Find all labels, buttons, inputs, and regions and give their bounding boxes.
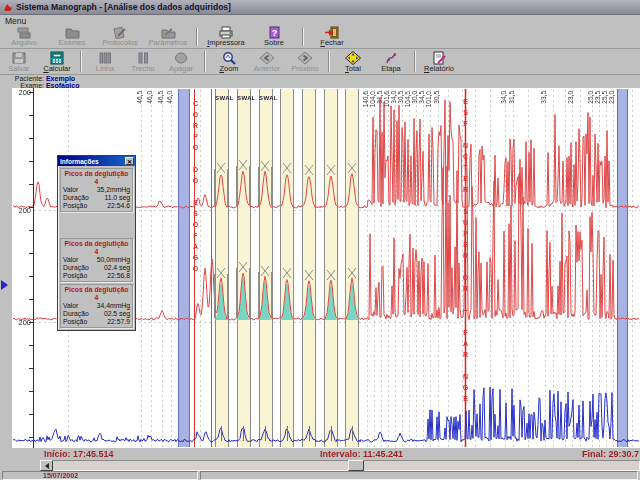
scrollbar-thumb[interactable] bbox=[348, 460, 364, 471]
measurement-section: Picos da deglutição 4 Valor50,0mmHg Dura… bbox=[60, 238, 133, 282]
toolbar-separator bbox=[302, 28, 304, 46]
eraser-icon bbox=[173, 51, 189, 65]
info-window-title: Informações bbox=[60, 158, 99, 165]
patient-panel: Paciente: Exemplo Exame: Esofágico bbox=[0, 75, 640, 88]
patient-label: Paciente: bbox=[6, 75, 44, 82]
apagar-button[interactable]: Apagar bbox=[162, 49, 200, 74]
report-page-icon bbox=[431, 51, 447, 65]
calculator-icon bbox=[49, 51, 65, 65]
interval-time: Intervalo: 11:45.241 bbox=[320, 449, 403, 459]
window-title: Sistema Manograph - [Análise dos dados a… bbox=[16, 2, 231, 12]
info-window-titlebar[interactable]: Informações ✕ bbox=[58, 156, 135, 166]
three-bars-icon bbox=[97, 51, 113, 65]
toolbar-separator bbox=[414, 51, 416, 72]
magnifier-icon bbox=[221, 51, 237, 65]
parametros-button[interactable]: Parâmetros bbox=[144, 26, 192, 48]
horizontal-scrollbar bbox=[0, 460, 640, 471]
diamond-left-arrow-icon bbox=[259, 51, 275, 65]
scroll-left-button[interactable] bbox=[40, 460, 53, 471]
status-date: 15/07/2002 bbox=[2, 471, 198, 480]
toolbar-analysis: Salvar Calcular Linha Trecho Apagar bbox=[0, 49, 640, 75]
zoom-button[interactable]: Zoom bbox=[210, 49, 248, 74]
save-disk-icon bbox=[11, 51, 27, 65]
measurement-section: Picos da deglutição 4 Valor34,4mmHg Dura… bbox=[60, 284, 133, 328]
protocolos-button[interactable]: Protocolos bbox=[96, 26, 144, 48]
end-time: Final: 29:30.7 bbox=[582, 449, 639, 459]
toolbar-separator bbox=[80, 51, 82, 72]
etapa-button[interactable]: Etapa bbox=[372, 49, 410, 74]
title-bar[interactable]: Sistema Manograph - [Análise dos dados a… bbox=[0, 0, 640, 15]
salvar-button[interactable]: Salvar bbox=[0, 49, 38, 74]
info-window-body: Picos da deglutição 4 Valor35,2mmHg Dura… bbox=[58, 166, 135, 330]
app-icon bbox=[3, 2, 13, 12]
two-bars-icon bbox=[135, 51, 151, 65]
toolbar-separator bbox=[204, 51, 206, 72]
toolbar-separator bbox=[328, 51, 330, 72]
calcular-button[interactable]: Calcular bbox=[38, 49, 76, 74]
left-arrow-icon bbox=[45, 463, 49, 469]
application-window: Sistema Manograph - [Análise dos dados a… bbox=[0, 0, 640, 480]
exames-button[interactable]: Exames bbox=[48, 26, 96, 48]
info-window[interactable]: Informações ✕ Picos da deglutição 4 Valo… bbox=[57, 155, 136, 331]
sobre-button[interactable]: ? Sobre bbox=[250, 26, 298, 48]
diamond-right-arrow-icon bbox=[297, 51, 313, 65]
measurement-section: Picos da deglutição 4 Valor35,2mmHg Dura… bbox=[60, 168, 133, 212]
toolbar-main: Arquivo Exames Protocolos Parâmetros Imp… bbox=[0, 26, 640, 49]
relatorio-button[interactable]: Relatório bbox=[420, 49, 458, 74]
status-empty-cell bbox=[200, 471, 638, 480]
arquivo-button[interactable]: Arquivo bbox=[0, 26, 48, 48]
toolbar-separator bbox=[196, 28, 198, 46]
proximo-button[interactable]: Próximo bbox=[286, 49, 324, 74]
fechar-button[interactable]: Fechar bbox=[308, 26, 356, 48]
status-bar: 15/07/2002 bbox=[0, 471, 640, 480]
linha-button[interactable]: Linha bbox=[86, 49, 124, 74]
svg-text:?: ? bbox=[272, 28, 278, 38]
start-time: Início: 17:45.514 bbox=[44, 449, 114, 459]
position-marker-icon[interactable] bbox=[1, 280, 8, 290]
compass-diamond-icon bbox=[345, 51, 361, 65]
info-spacer bbox=[59, 213, 134, 237]
patient-name: Exemplo bbox=[46, 75, 75, 82]
trecho-button[interactable]: Trecho bbox=[124, 49, 162, 74]
time-summary-row: Início: 17:45.514 Intervalo: 11:45.241 F… bbox=[0, 448, 640, 460]
close-icon[interactable]: ✕ bbox=[125, 157, 134, 165]
impressora-button[interactable]: Impressora bbox=[202, 26, 250, 48]
stage-curve-icon bbox=[383, 51, 399, 65]
anterior-button[interactable]: Anterior bbox=[248, 49, 286, 74]
total-button[interactable]: Total bbox=[334, 49, 372, 74]
scrollbar-track[interactable] bbox=[40, 460, 640, 471]
